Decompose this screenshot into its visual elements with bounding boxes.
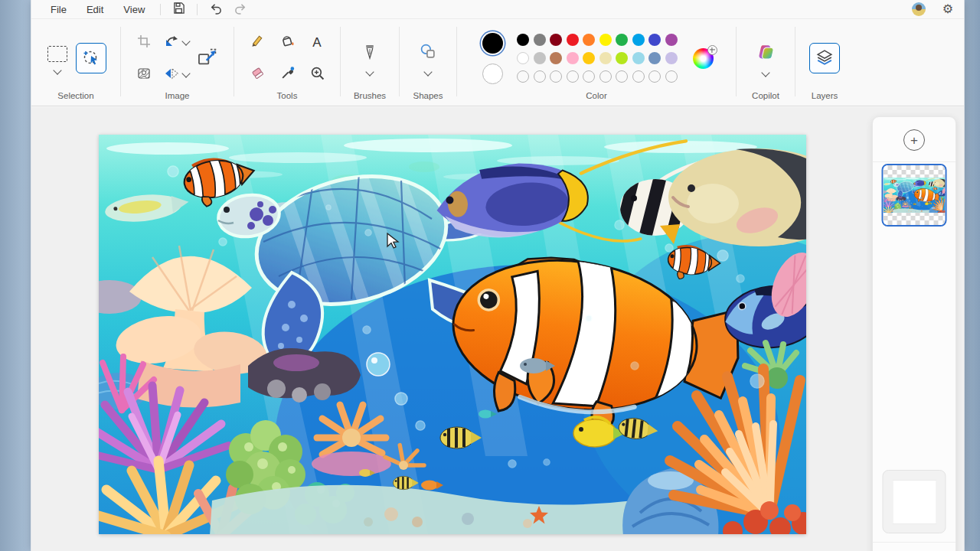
group-copilot: Copilot (737, 25, 795, 106)
empty-color-slot[interactable] (616, 70, 628, 83)
crop-icon (137, 34, 151, 51)
rotate-icon (165, 34, 178, 51)
brush-icon (363, 44, 377, 62)
color-swatch[interactable] (665, 52, 678, 64)
menu-file[interactable]: File (41, 2, 77, 17)
settings-gear-icon[interactable]: ⚙ (942, 3, 953, 15)
copilot-button[interactable] (755, 41, 777, 65)
account-avatar[interactable] (912, 2, 926, 16)
color-swatch[interactable] (632, 52, 645, 64)
color-swatch[interactable] (534, 52, 546, 64)
color-swatch[interactable] (648, 34, 661, 46)
text-tool-button[interactable]: A (310, 34, 323, 51)
shapes-icon (420, 44, 436, 62)
empty-color-slot[interactable] (632, 70, 645, 83)
menubar-separator (160, 4, 161, 15)
empty-color-slot[interactable] (648, 70, 661, 83)
add-layer-button[interactable]: + (903, 129, 925, 151)
group-label: Layers (812, 91, 838, 106)
panel-divider (873, 161, 956, 162)
background-color[interactable] (482, 64, 503, 84)
background-layer-thumbnail[interactable] (883, 470, 946, 533)
color-swatch[interactable] (648, 52, 661, 64)
remove-background-icon (137, 67, 151, 83)
foreground-color[interactable] (482, 33, 503, 54)
group-color: Color (457, 25, 736, 106)
color-swatch[interactable] (550, 34, 562, 46)
group-shapes: Shapes (400, 25, 456, 106)
empty-color-slot[interactable] (583, 70, 595, 83)
fill-button[interactable] (278, 31, 297, 53)
resize-icon (198, 47, 217, 70)
crop-button[interactable] (135, 32, 153, 53)
layer-thumbnail[interactable] (882, 164, 947, 227)
chevron-down-icon[interactable] (181, 37, 190, 45)
flip-icon (165, 67, 178, 83)
text-tool-icon: A (312, 36, 321, 49)
chevron-down-icon[interactable] (365, 67, 374, 76)
color-swatch[interactable] (583, 52, 595, 64)
remove-background-button[interactable] (135, 64, 153, 85)
eraser-button[interactable] (248, 64, 267, 85)
empty-color-slot[interactable] (550, 70, 562, 83)
group-selection: Selection (31, 25, 120, 106)
color-swatch[interactable] (583, 34, 595, 46)
brushes-button[interactable] (361, 42, 379, 64)
magnifier-icon (310, 66, 325, 83)
rotate-button[interactable] (162, 32, 181, 53)
chevron-down-icon[interactable] (53, 66, 61, 74)
desktop-background: File Edit View ⚙ (0, 0, 980, 551)
shapes-button[interactable] (418, 41, 439, 64)
group-label: Shapes (413, 91, 443, 106)
layers-panel: + (872, 116, 956, 551)
save-button[interactable] (166, 0, 191, 18)
group-layers: Layers (795, 25, 854, 106)
fill-bucket-icon (280, 34, 295, 51)
rectangle-select-button[interactable] (45, 44, 70, 64)
menubar-separator (197, 4, 198, 15)
flip-button[interactable] (162, 64, 181, 85)
transparency-checkerboard (884, 165, 946, 225)
color-swatch[interactable] (665, 34, 678, 46)
color-swatch[interactable] (599, 34, 612, 46)
pencil-button[interactable] (248, 31, 267, 53)
group-label: Image (165, 91, 190, 106)
free-select-button[interactable] (76, 43, 106, 73)
empty-color-slot[interactable] (567, 70, 579, 83)
empty-color-slot[interactable] (534, 70, 546, 83)
color-swatch[interactable] (616, 34, 628, 46)
undo-button[interactable] (203, 0, 228, 18)
copilot-icon (757, 43, 775, 63)
paint-window: File Edit View ⚙ (31, 0, 965, 551)
color-wheel-button[interactable] (693, 48, 714, 69)
drawing-canvas[interactable] (99, 135, 806, 534)
add-color-icon (707, 45, 717, 55)
menu-view[interactable]: View (113, 2, 155, 17)
empty-color-slot[interactable] (665, 70, 678, 83)
menu-edit[interactable]: Edit (77, 2, 113, 17)
color-swatch[interactable] (517, 52, 529, 64)
canvas-image (99, 135, 806, 534)
resize-button[interactable] (195, 45, 220, 72)
chevron-down-icon[interactable] (181, 69, 190, 77)
chevron-down-icon[interactable] (423, 67, 432, 76)
color-swatch[interactable] (567, 34, 579, 46)
chevron-down-icon[interactable] (761, 68, 769, 77)
color-swatch[interactable] (534, 34, 546, 46)
eraser-icon (250, 66, 265, 83)
layers-button[interactable] (809, 43, 840, 73)
color-swatch[interactable] (632, 34, 645, 46)
panel-divider (873, 542, 956, 543)
color-swatch[interactable] (599, 52, 612, 64)
magnifier-button[interactable] (308, 64, 327, 85)
mouse-cursor (385, 232, 402, 250)
free-select-icon (82, 48, 100, 69)
color-swatch[interactable] (550, 52, 562, 64)
empty-color-slot[interactable] (599, 70, 612, 83)
color-swatch[interactable] (567, 52, 579, 64)
color-picker-button[interactable] (278, 64, 297, 85)
empty-color-slot[interactable] (517, 70, 529, 83)
color-swatch[interactable] (616, 52, 628, 64)
redo-button[interactable] (228, 0, 253, 18)
color-swatch[interactable] (517, 34, 529, 46)
